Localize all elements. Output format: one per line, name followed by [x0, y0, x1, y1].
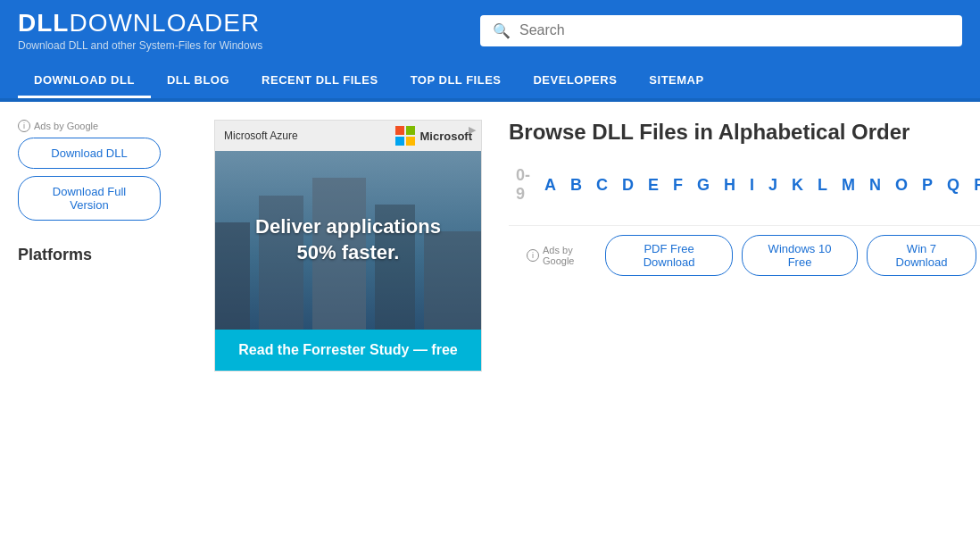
alpha-O[interactable]: O: [888, 172, 915, 198]
main-content: i Ads by Google Download DLL Download Fu…: [0, 102, 980, 389]
alpha-H[interactable]: H: [717, 172, 743, 198]
ad-cta-button[interactable]: Read the Forrester Study — free: [215, 330, 481, 371]
bottom-ads-bar: i Ads by Google PDF Free Download Window…: [509, 225, 980, 285]
ad-image-area: Deliver applications 50% faster.: [215, 151, 481, 330]
alpha-L[interactable]: L: [810, 172, 835, 198]
alpha-K[interactable]: K: [785, 172, 810, 198]
alpha-N[interactable]: N: [862, 172, 888, 198]
ms-square-yellow: [406, 137, 415, 146]
alphabet-row: 0-9 A B C D E F G H I J K L M N O P Q R …: [509, 163, 980, 207]
bottom-windows10-btn[interactable]: Windows 10 Free: [742, 235, 857, 276]
search-input[interactable]: [519, 22, 950, 38]
alpha-J[interactable]: J: [761, 172, 785, 198]
logo-dll: DLL: [18, 9, 69, 37]
ad-headline-line2: 50% faster.: [297, 241, 400, 263]
alpha-E[interactable]: E: [641, 172, 666, 198]
ms-square-blue: [395, 137, 404, 146]
site-header: DLLDOWNLOADER Download DLL and other Sys…: [0, 0, 980, 98]
ads-label-text: Ads by Google: [34, 121, 98, 131]
nav-download-dll[interactable]: DOWNLOAD DLL: [18, 64, 151, 98]
alpha-M[interactable]: M: [835, 172, 862, 198]
ad-company: Microsoft: [420, 130, 473, 143]
search-icon: 🔍: [493, 22, 511, 39]
alpha-A[interactable]: A: [537, 172, 563, 198]
alpha-0-9[interactable]: 0-9: [509, 163, 537, 207]
logo-downloader: DOWNLOADER: [69, 9, 260, 37]
alpha-D[interactable]: D: [615, 172, 641, 198]
microsoft-squares-icon: [395, 126, 415, 146]
sidebar: i Ads by Google Download DLL Download Fu…: [18, 120, 196, 372]
ad-text: Deliver applications 50% faster.: [255, 214, 441, 265]
download-full-version-button[interactable]: Download Full Version: [18, 176, 161, 221]
platforms-label: Platforms: [18, 246, 196, 264]
alpha-R[interactable]: R: [967, 172, 980, 198]
bottom-ads-text: Ads by Google: [543, 245, 596, 266]
bottom-ads-label: i Ads by Google: [527, 245, 596, 266]
alpha-I[interactable]: I: [743, 172, 761, 198]
microsoft-logo: Microsoft: [395, 126, 473, 146]
nav-top-dll-files[interactable]: TOP DLL FILES: [394, 64, 518, 98]
bottom-pdf-download-btn[interactable]: PDF Free Download: [605, 235, 734, 276]
ad-box: Microsoft Azure Microsoft ▶ Deliver: [214, 120, 482, 372]
download-dll-button[interactable]: Download DLL: [18, 138, 161, 169]
nav-dll-blog[interactable]: DLL BLOG: [151, 64, 245, 98]
bottom-win7-btn[interactable]: Win 7 Download: [867, 235, 977, 276]
site-subtitle: Download DLL and other System-Files for …: [18, 39, 262, 52]
logo-area: DLLDOWNLOADER Download DLL and other Sys…: [18, 9, 262, 52]
ads-by-google-label: i Ads by Google: [18, 120, 196, 132]
bottom-info-icon: i: [527, 249, 539, 262]
info-icon: i: [18, 120, 30, 132]
ad-header: Microsoft Azure Microsoft ▶: [215, 121, 481, 151]
browse-section: Browse DLL Files in Alphabetical Order 0…: [500, 120, 980, 372]
ms-square-red: [395, 126, 404, 135]
ad-center: Microsoft Azure Microsoft ▶ Deliver: [214, 120, 482, 372]
search-bar[interactable]: 🔍: [480, 15, 962, 46]
nav-developers[interactable]: DEVELOPERS: [517, 64, 633, 98]
site-logo[interactable]: DLLDOWNLOADER: [18, 9, 262, 38]
alpha-C[interactable]: C: [589, 172, 615, 198]
browse-title: Browse DLL Files in Alphabetical Order: [509, 120, 980, 145]
ad-info-icon[interactable]: ▶: [469, 124, 476, 136]
alpha-G[interactable]: G: [690, 172, 717, 198]
ad-headline-line1: Deliver applications: [255, 215, 441, 238]
nav-recent-dll-files[interactable]: RECENT DLL FILES: [245, 64, 394, 98]
nav-sitemap[interactable]: SITEMAP: [633, 64, 719, 98]
alpha-B[interactable]: B: [563, 172, 589, 198]
alpha-P[interactable]: P: [915, 172, 940, 198]
alpha-F[interactable]: F: [666, 172, 690, 198]
main-nav: DOWNLOAD DLL DLL BLOG RECENT DLL FILES T…: [18, 64, 962, 98]
header-top: DLLDOWNLOADER Download DLL and other Sys…: [18, 9, 962, 57]
alpha-Q[interactable]: Q: [940, 172, 967, 198]
ms-square-green: [406, 126, 415, 135]
ad-brand: Microsoft Azure: [224, 130, 298, 142]
